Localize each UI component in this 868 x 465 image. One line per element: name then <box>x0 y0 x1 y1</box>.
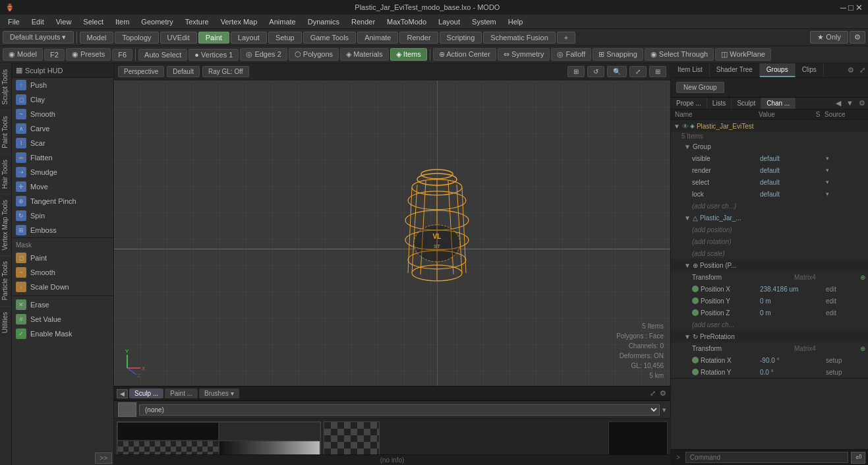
position-group-row[interactable]: ▼ ⊕ Position (P... <box>671 259 868 271</box>
sidebar-tab-particle-tools[interactable]: Particle Tools <box>0 255 11 305</box>
menu-maxtomodo[interactable]: MaxToModo <box>382 16 432 27</box>
vp-camera-btn[interactable]: Perspective <box>118 66 164 77</box>
tab-brushes[interactable]: Brushes ▾ <box>199 388 239 398</box>
tab-item-list[interactable]: Item List <box>671 63 710 77</box>
minimize-btn[interactable]: ─ <box>840 3 846 13</box>
mesh-item-row[interactable]: ▼ △ Plastic_Jar_... <box>671 212 868 224</box>
tool-smooth[interactable]: ~ Smooth <box>12 107 113 121</box>
tab-sculpt[interactable]: Sculp ... <box>129 388 163 398</box>
materials-btn[interactable]: ◈ Materials <box>340 48 389 61</box>
tool-push[interactable]: ↑ Push <box>12 78 113 92</box>
mode-render[interactable]: Render <box>399 32 438 44</box>
vp-icon-2[interactable]: ↺ <box>587 66 604 77</box>
menu-file[interactable]: File <box>3 16 25 27</box>
pos-y-source[interactable]: edit <box>826 297 865 305</box>
vertices-btn[interactable]: ● Vertices 1 <box>188 49 239 61</box>
new-group-btn[interactable]: New Group <box>676 82 724 93</box>
mesh-expand-arrow[interactable]: ▼ <box>684 214 691 222</box>
prerot-link-icon[interactable]: ⊕ <box>860 345 865 352</box>
bottom-settings-icon[interactable]: ⚙ <box>658 388 668 399</box>
chan-render-source[interactable]: ▾ <box>826 167 865 173</box>
menu-dynamics[interactable]: Dynamics <box>303 16 345 27</box>
workplane-btn[interactable]: ◫ WorkPlane <box>715 48 771 61</box>
tool-scar[interactable]: ⌇ Scar <box>12 136 113 150</box>
sidebar-tab-hair-tools[interactable]: Hair Tools <box>0 154 11 194</box>
edges-btn[interactable]: ◎ Edges 2 <box>240 48 287 61</box>
chan-select-source[interactable]: ▾ <box>826 179 865 185</box>
tool-smudge[interactable]: ⇢ Smudge <box>12 165 113 179</box>
menu-render[interactable]: Render <box>346 16 380 27</box>
falloff-btn[interactable]: ◎ Falloff <box>551 48 591 61</box>
subtab-lists[interactable]: Lists <box>707 98 732 109</box>
symmetry-btn[interactable]: ⇔ Symmetry <box>498 48 550 61</box>
add-position-row[interactable]: (add position) <box>671 224 868 235</box>
subtab-nav-next[interactable]: ▼ <box>844 98 856 109</box>
position-expand-arrow[interactable]: ▼ <box>684 262 691 269</box>
command-submit-btn[interactable]: ⏎ <box>851 452 865 464</box>
menu-select[interactable]: Select <box>78 16 109 27</box>
menu-system[interactable]: System <box>467 16 502 27</box>
tool-flatten[interactable]: ═ Flatten <box>12 150 113 165</box>
pos-add-channel-row[interactable]: (add user ch... <box>671 319 868 330</box>
group-add-channel-row[interactable]: (add user ch...) <box>671 200 868 212</box>
tool-spin[interactable]: ↻ Spin <box>12 208 113 223</box>
viewport-canvas[interactable]: VL ST 5 Items Polygons : Face Channels: … <box>114 80 670 386</box>
preset-dropdown-arrow[interactable]: ▾ <box>662 406 666 414</box>
rot-y-source[interactable]: setup <box>826 369 865 376</box>
polygons-btn[interactable]: ⬡ Polygons <box>289 48 339 61</box>
maximize-btn[interactable]: □ <box>848 3 854 13</box>
transform-link-icon[interactable]: ⊕ <box>860 274 865 281</box>
menu-texture[interactable]: Texture <box>180 16 214 27</box>
sidebar-tab-vertex-map[interactable]: Vertex Map Tools <box>0 194 11 256</box>
sidebar-tab-sculpt-tools[interactable]: Sculpt Tools <box>0 63 11 110</box>
mode-scripting[interactable]: Scripting <box>440 32 482 44</box>
expand-fullscreen-btn[interactable]: ⤢ <box>649 388 657 399</box>
menu-layout[interactable]: Layout <box>433 16 465 27</box>
root-eye-icon[interactable]: 👁 <box>682 123 689 130</box>
items-btn[interactable]: ◈ Items <box>390 48 427 61</box>
menu-help[interactable]: Help <box>503 16 529 27</box>
prerotation-expand-arrow[interactable]: ▼ <box>684 333 691 340</box>
f2-btn[interactable]: F2 <box>44 49 65 61</box>
mode-uvedit[interactable]: UVEdit <box>160 32 197 44</box>
pos-z-source[interactable]: edit <box>826 309 865 317</box>
menu-animate[interactable]: Animate <box>264 16 301 27</box>
tab-clips[interactable]: Clips <box>796 63 824 77</box>
command-input[interactable] <box>685 452 848 463</box>
right-panel-expand-icon[interactable]: ⤢ <box>857 63 868 77</box>
mode-game-tools[interactable]: Game Tools <box>303 32 357 44</box>
menu-geometry[interactable]: Geometry <box>136 16 178 27</box>
mode-layout[interactable]: Layout <box>231 32 267 44</box>
mode-setup[interactable]: Setup <box>268 32 302 44</box>
rot-x-source[interactable]: setup <box>826 357 865 364</box>
menu-edit[interactable]: Edit <box>26 16 49 27</box>
root-item-row[interactable]: ▼ 👁 ◈ Plastic_Jar_EviTest <box>671 120 868 132</box>
add-rotation-row[interactable]: (add rotation) <box>671 235 868 247</box>
mode-schematic[interactable]: Schematic Fusion <box>483 32 555 44</box>
vp-icon-3[interactable]: 🔍 <box>607 66 627 77</box>
tool-move[interactable]: ✛ Move <box>12 179 113 194</box>
vp-icon-1[interactable]: ⊞ <box>567 66 585 77</box>
subtab-properties[interactable]: Prope ... <box>671 98 707 109</box>
menu-vertex-map[interactable]: Vertex Map <box>216 16 263 27</box>
auto-select-btn[interactable]: Auto Select <box>138 49 187 61</box>
mode-paint[interactable]: Paint <box>198 32 229 44</box>
snapping-btn[interactable]: ⊞ Snapping <box>593 48 643 61</box>
vp-render-btn[interactable]: Default <box>167 66 200 77</box>
vp-raygl-btn[interactable]: Ray GL: Off <box>202 66 249 77</box>
right-panel-settings-icon[interactable]: ⚙ <box>845 63 857 77</box>
menu-item[interactable]: Item <box>110 16 134 27</box>
chan-lock-source[interactable]: ▾ <box>826 191 865 197</box>
bottom-expand-btn[interactable]: ◀ <box>117 389 128 398</box>
vp-icon-5[interactable]: ⊞ <box>649 66 666 77</box>
model-btn[interactable]: ◉ Model <box>3 48 43 61</box>
mode-model[interactable]: Model <box>80 32 114 44</box>
prerotation-group-row[interactable]: ▼ ↻ PreRotation <box>671 330 868 342</box>
chan-visible-source[interactable]: ▾ <box>826 155 865 162</box>
layout-dropdown[interactable]: Default Layouts ▾ <box>3 31 74 44</box>
expand-panel-btn[interactable]: >> <box>95 452 112 464</box>
subtab-channels[interactable]: Chan ... <box>761 98 796 109</box>
star-only-btn[interactable]: ★ Only <box>810 31 848 44</box>
tool-mask-scale-down[interactable]: ↓ Scale Down <box>12 280 113 294</box>
mode-topology[interactable]: Topology <box>115 32 158 44</box>
